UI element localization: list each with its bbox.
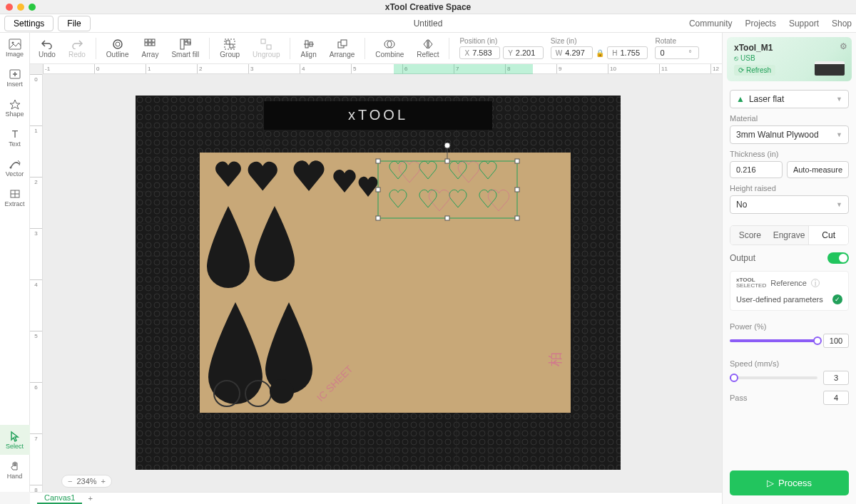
- refresh-button[interactable]: ⟳Refresh: [734, 65, 775, 76]
- device-settings-icon[interactable]: ⚙: [840, 41, 847, 51]
- array-icon: [143, 38, 156, 50]
- position-y-input[interactable]: Y2.201: [503, 46, 544, 59]
- output-label: Output: [730, 253, 755, 263]
- sidebar-insert[interactable]: Insert: [0, 63, 30, 93]
- size-w-input[interactable]: W4.297: [551, 46, 593, 59]
- pass-value[interactable]: 4: [823, 391, 849, 405]
- power-label: Power (%): [730, 322, 849, 331]
- material-select[interactable]: 3mm Walnut Plywood ▼: [730, 125, 849, 144]
- svg-rect-54: [376, 216, 380, 220]
- align-icon: [302, 38, 315, 50]
- rotate-input[interactable]: 0°: [655, 46, 699, 59]
- size-h-input[interactable]: H1.755: [607, 46, 648, 59]
- svg-rect-6: [148, 43, 151, 46]
- document-title: Untitled: [414, 19, 443, 29]
- sidebar-shape[interactable]: Shape: [0, 93, 30, 123]
- tab-score[interactable]: Score: [730, 226, 770, 245]
- sidebar-hand[interactable]: Hand: [0, 455, 30, 485]
- position-x-input[interactable]: X7.583: [459, 46, 500, 59]
- ruler-horizontal: -101234567891011121314: [43, 64, 722, 74]
- svg-rect-51: [515, 159, 519, 163]
- maximize-window-button[interactable]: [29, 4, 36, 11]
- undo-icon: [41, 38, 54, 50]
- xtool-selected-icon: xTOOLSELECTED: [736, 277, 766, 289]
- outline-button[interactable]: Outline: [101, 37, 135, 60]
- sidebar-vector[interactable]: Vector: [0, 153, 30, 182]
- reflect-button[interactable]: Reflect: [411, 37, 444, 60]
- undo-button[interactable]: Undo: [33, 37, 61, 60]
- svg-rect-2: [145, 39, 148, 42]
- sidebar-image[interactable]: Image: [0, 33, 30, 63]
- svg-point-57: [444, 143, 450, 148]
- lock-aspect-icon[interactable]: 🔒: [596, 49, 604, 57]
- height-raised-select[interactable]: No ▼: [730, 195, 849, 214]
- smartfill-button[interactable]: Smart fill: [165, 37, 205, 60]
- hand-icon: [9, 461, 21, 472]
- select-icon: [9, 431, 21, 442]
- shape-icon: [9, 98, 21, 110]
- svg-rect-52: [376, 187, 380, 192]
- thickness-input[interactable]: 0.216: [730, 161, 783, 178]
- array-button[interactable]: Array: [136, 37, 165, 60]
- align-button[interactable]: Align: [295, 37, 322, 60]
- shop-link[interactable]: Shop: [832, 19, 852, 29]
- svg-rect-50: [445, 159, 449, 163]
- support-link[interactable]: Support: [789, 19, 819, 29]
- speed-label: Speed (mm/s): [730, 359, 849, 368]
- laser-mode-select[interactable]: ▲ Laser flat ▼: [730, 90, 849, 108]
- pass-label: Pass: [730, 394, 747, 402]
- minimize-window-button[interactable]: [17, 4, 24, 11]
- canvas-viewport[interactable]: xTOOL 柏 I: [43, 74, 722, 492]
- combine-button[interactable]: Combine: [370, 37, 409, 60]
- laser-icon: ▲: [736, 94, 745, 104]
- svg-rect-49: [376, 159, 380, 163]
- svg-point-45: [270, 379, 294, 403]
- svg-point-31: [9, 166, 11, 168]
- material-label: Material: [730, 114, 849, 123]
- tab-engrave[interactable]: Engrave: [770, 226, 809, 245]
- file-button[interactable]: File: [58, 16, 90, 31]
- svg-rect-8: [180, 39, 184, 49]
- sidebar-text[interactable]: T Text: [0, 123, 30, 153]
- canvas-tabs: Canvas1 +: [30, 492, 722, 504]
- zoom-in-button[interactable]: +: [101, 477, 106, 485]
- svg-point-0: [113, 40, 122, 48]
- reference-box: xTOOLSELECTED Reference i User-defined p…: [730, 271, 849, 311]
- power-slider[interactable]: [730, 339, 817, 342]
- settings-button[interactable]: Settings: [4, 16, 54, 31]
- vector-icon: [9, 158, 21, 170]
- auto-measure-button[interactable]: Auto-measure: [787, 161, 849, 178]
- svg-rect-55: [445, 216, 449, 220]
- output-toggle[interactable]: [827, 252, 849, 264]
- speed-slider[interactable]: [730, 376, 817, 379]
- info-icon[interactable]: i: [811, 279, 820, 287]
- projects-link[interactable]: Projects: [745, 19, 776, 29]
- insert-icon: [9, 68, 21, 80]
- community-link[interactable]: Community: [689, 19, 733, 29]
- power-value[interactable]: 100: [823, 334, 849, 348]
- add-canvas-button[interactable]: +: [82, 494, 98, 503]
- device-name: xTool_M1: [734, 43, 845, 53]
- arrange-button[interactable]: Arrange: [324, 37, 361, 60]
- canvas-tab-1[interactable]: Canvas1: [37, 493, 82, 504]
- zoom-control[interactable]: − 234% +: [61, 475, 112, 488]
- sidebar-select[interactable]: Select: [0, 425, 30, 455]
- smartfill-icon: [179, 38, 192, 50]
- chevron-down-icon: ▼: [836, 131, 842, 138]
- close-window-button[interactable]: [6, 4, 13, 11]
- svg-rect-10: [188, 39, 190, 43]
- process-button[interactable]: ▷ Process: [730, 470, 849, 495]
- reflect-icon: [422, 38, 434, 50]
- menubar: Settings File Untitled Community Project…: [0, 14, 856, 33]
- svg-rect-9: [185, 39, 187, 41]
- speed-value[interactable]: 3: [823, 371, 849, 385]
- thickness-label: Thickness (in): [730, 150, 849, 158]
- sidebar-extract[interactable]: Extract: [0, 182, 30, 212]
- position-group: Position (in) X7.583 Y2.201: [459, 37, 543, 59]
- svg-rect-13: [226, 41, 230, 44]
- group-button[interactable]: Group: [214, 37, 245, 60]
- left-sidebar: Image Insert Shape T Text Vector Extract…: [0, 33, 30, 492]
- tab-cut[interactable]: Cut: [808, 226, 848, 245]
- zoom-out-button[interactable]: −: [68, 477, 72, 485]
- canvas-area: -101234567891011121314 012345678 xTOOL: [30, 64, 722, 492]
